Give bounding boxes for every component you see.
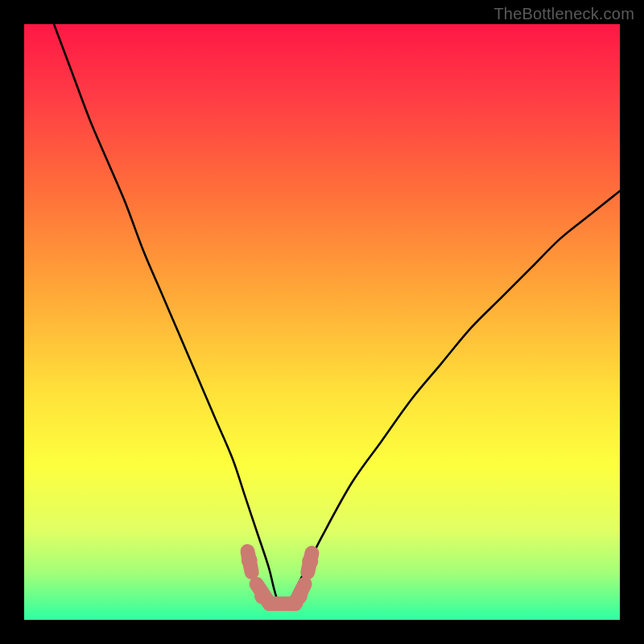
plot-area (24, 24, 620, 620)
chart-svg (24, 24, 620, 620)
overlay-band-dot (254, 588, 270, 604)
overlay-band-dot (302, 553, 318, 569)
overlay-band-dot (242, 552, 258, 568)
watermark-text: TheBottleneck.com (493, 5, 634, 23)
chart-frame: TheBottleneck.com (0, 0, 644, 644)
overlay-band-dot (291, 588, 308, 604)
gradient-background (24, 24, 620, 620)
